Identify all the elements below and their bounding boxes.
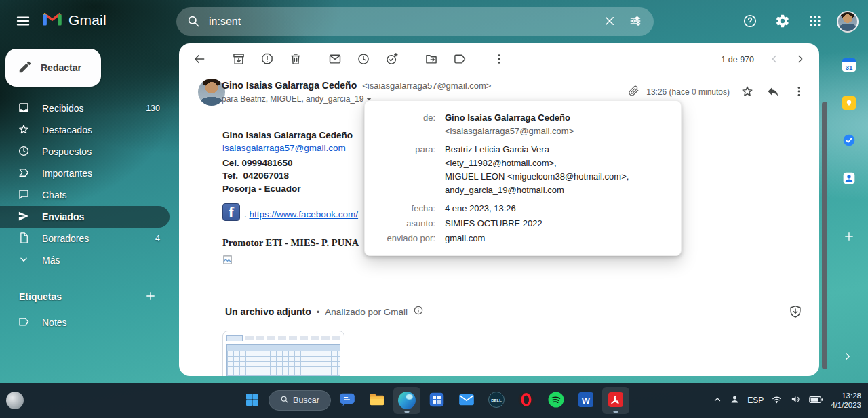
edge-browser-button[interactable] (393, 387, 420, 414)
add-to-tasks-button[interactable] (378, 46, 406, 73)
account-button[interactable] (833, 7, 863, 37)
acrobat-button[interactable] (602, 387, 629, 414)
send-icon (18, 210, 30, 224)
newer-button[interactable] (762, 47, 787, 72)
help-button[interactable] (735, 7, 765, 37)
add-task-icon (385, 52, 399, 68)
move-to-button[interactable] (418, 46, 445, 73)
wifi-button[interactable] (771, 394, 783, 407)
compose-button[interactable]: Redactar (5, 49, 101, 87)
signature-name: Gino Isaias Galarraga Cedeño (222, 129, 359, 142)
tasks-panel-button[interactable] (835, 127, 863, 154)
sidebar-item-importantes[interactable]: Importantes (0, 163, 170, 184)
sidebar-item-mas[interactable]: Más (0, 249, 170, 271)
recipients-summary: para Beatriz, MIGUEL, andy_garcia_19 (222, 94, 363, 104)
mail-app-button[interactable] (453, 387, 480, 414)
plus-icon (144, 290, 157, 304)
dell-app-button[interactable]: DELL (483, 387, 510, 414)
clear-search-button[interactable] (597, 9, 623, 35)
draft-count: 4 (155, 234, 160, 243)
sidebar-item-label: Destacados (42, 125, 92, 135)
sidebar-item-destacados[interactable]: Destacados (0, 119, 170, 141)
calendar-icon: 31 (842, 58, 856, 72)
sidebar-item-enviados[interactable]: Enviados (0, 206, 170, 228)
search-input[interactable] (206, 16, 597, 28)
more-options-button[interactable] (486, 46, 513, 73)
main-menu-button[interactable] (9, 8, 37, 35)
contacts-panel-button[interactable] (835, 165, 863, 192)
chat-app-button[interactable] (334, 387, 361, 414)
chevron-down-icon (18, 253, 30, 268)
sidebar-item-recibidos[interactable]: Recibidos 130 (0, 98, 170, 119)
search-bar[interactable] (176, 7, 654, 36)
sidebar-label-notes[interactable]: Notes (0, 312, 170, 333)
gear-icon (775, 14, 790, 30)
recipients-toggle[interactable]: para Beatriz, MIGUEL, andy_garcia_19 (222, 94, 372, 104)
word-icon: W (577, 391, 595, 411)
reply-button[interactable] (762, 81, 784, 103)
report-spam-button[interactable] (254, 46, 281, 73)
message-more-button[interactable] (788, 81, 810, 103)
older-button[interactable] (788, 47, 812, 72)
delete-button[interactable] (282, 46, 309, 73)
info-icon[interactable] (413, 305, 424, 318)
labels-button[interactable] (446, 46, 473, 73)
get-addons-button[interactable] (835, 224, 863, 251)
sidebar-item-borradores[interactable]: Borradores 4 (0, 228, 170, 249)
tray-overflow-button[interactable] (713, 395, 722, 406)
vertical-dots-icon (492, 52, 506, 68)
apps-button[interactable] (800, 7, 830, 37)
start-button[interactable] (239, 387, 266, 414)
brand-name: Gmail (68, 12, 106, 28)
download-attachment-button[interactable] (785, 302, 806, 322)
envelope-icon (328, 52, 342, 68)
keep-panel-button[interactable] (835, 89, 863, 117)
language-indicator[interactable]: ESP (747, 396, 764, 405)
signature-email-link[interactable]: isaiasgalarraga57@gmail.com (222, 142, 359, 154)
sidebar-item-chats[interactable]: Chats (0, 184, 170, 206)
word-button[interactable]: W (572, 387, 599, 414)
pagination: 1 de 970 (721, 47, 812, 72)
tray-status-button[interactable] (730, 394, 740, 406)
sidebar-item-pospuestos[interactable]: Pospuestos (0, 141, 170, 163)
contacts-icon (842, 171, 856, 187)
clock[interactable]: 13:28 4/1/2023 (831, 391, 861, 410)
wifi-icon (771, 397, 783, 407)
attachment-thumbnail[interactable] (222, 331, 344, 376)
star-message-button[interactable] (736, 81, 758, 103)
user-avatar (837, 11, 859, 33)
side-panel-collapse-button[interactable] (838, 348, 857, 367)
archive-button[interactable] (225, 46, 252, 73)
facebook-prefix: . (244, 209, 247, 220)
widgets-icon[interactable] (6, 392, 24, 409)
search-options-button[interactable] (623, 9, 648, 35)
details-para-line: <lety_11982@hotmail.com>, (445, 156, 629, 170)
search-button[interactable] (180, 9, 206, 35)
create-label-button[interactable] (140, 286, 161, 308)
opera-browser-button[interactable] (513, 387, 540, 414)
spotify-button[interactable] (542, 387, 570, 414)
taskbar-search[interactable]: Buscar (269, 390, 331, 411)
facebook-link[interactable]: https://www.facebook.com/ (250, 209, 359, 220)
thumbnail-text-lines (245, 336, 340, 340)
details-de-name: Gino Isaias Galarraga Cedeño (445, 111, 574, 125)
signature-role: Promotor ETI - MIES- P. PUNA (222, 237, 359, 249)
draft-file-icon (18, 232, 30, 246)
settings-button[interactable] (768, 7, 797, 37)
scrollbar-thumb[interactable] (822, 102, 827, 369)
file-explorer-button[interactable] (363, 387, 391, 414)
calendar-panel-button[interactable]: 31 (835, 51, 863, 79)
mark-unread-button[interactable] (321, 46, 349, 73)
facebook-icon[interactable]: f (222, 203, 240, 221)
back-button[interactable] (186, 46, 213, 73)
snooze-button[interactable] (350, 46, 377, 73)
message-timestamp: 13:26 (hace 0 minutos) (646, 87, 730, 97)
volume-button[interactable] (790, 394, 802, 407)
inbox-icon (18, 102, 30, 116)
sidebar-item-label: Más (42, 255, 60, 266)
attachment-scanned-text: Analizado por Gmail (325, 307, 408, 317)
app-grid-button[interactable] (423, 387, 450, 414)
trash-icon (289, 52, 302, 68)
battery-button[interactable] (809, 395, 823, 406)
svg-text:W: W (582, 395, 591, 405)
